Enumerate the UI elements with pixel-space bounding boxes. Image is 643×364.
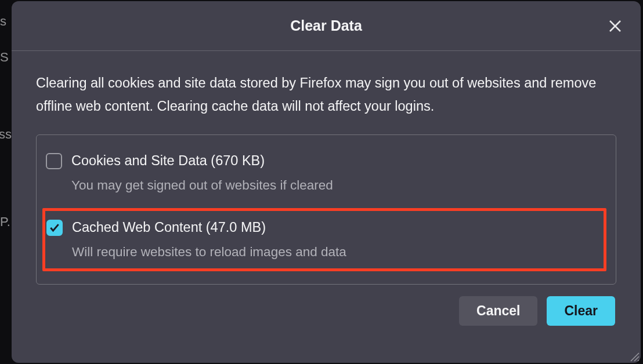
close-button[interactable] <box>606 17 624 35</box>
cookies-sublabel: You may get signed out of websites if cl… <box>71 176 606 195</box>
dialog-header: Clear Data <box>12 1 641 51</box>
cached-label: Cached Web Content (47.0 MB) <box>72 218 604 237</box>
dialog-footer: Cancel Clear <box>12 285 641 340</box>
cookies-label: Cookies and Site Data (670 KB) <box>71 151 606 170</box>
dialog-title: Clear Data <box>290 17 362 34</box>
backdrop-text-fragment: ss <box>0 127 12 142</box>
clear-data-dialog: Clear Data Clearing all cookies and site… <box>12 1 641 363</box>
resize-handle[interactable] <box>629 351 640 362</box>
checkbox-wrapper <box>46 220 63 236</box>
option-content: Cookies and Site Data (670 KB) You may g… <box>71 151 606 194</box>
close-icon <box>608 19 622 33</box>
option-cached[interactable]: Cached Web Content (47.0 MB) Will requir… <box>42 208 606 271</box>
clear-button[interactable]: Clear <box>547 296 615 326</box>
checkmark-icon <box>49 222 60 234</box>
options-panel: Cookies and Site Data (670 KB) You may g… <box>36 134 616 285</box>
resize-icon <box>629 351 640 362</box>
cached-sublabel: Will require websites to reload images a… <box>72 243 604 261</box>
svg-line-2 <box>631 353 639 361</box>
dialog-description: Clearing all cookies and site data store… <box>36 72 616 118</box>
option-cookies[interactable]: Cookies and Site Data (670 KB) You may g… <box>46 148 606 198</box>
cookies-checkbox[interactable] <box>46 153 62 169</box>
backdrop-text-fragment: s <box>0 14 6 29</box>
cached-checkbox[interactable] <box>46 220 63 236</box>
checkbox-wrapper <box>46 153 62 169</box>
backdrop-text-fragment: S <box>0 50 9 65</box>
cancel-button[interactable]: Cancel <box>459 296 537 326</box>
dialog-body: Clearing all cookies and site data store… <box>12 51 641 285</box>
option-content: Cached Web Content (47.0 MB) Will requir… <box>72 218 604 261</box>
backdrop-text-fragment: P. <box>0 214 10 230</box>
